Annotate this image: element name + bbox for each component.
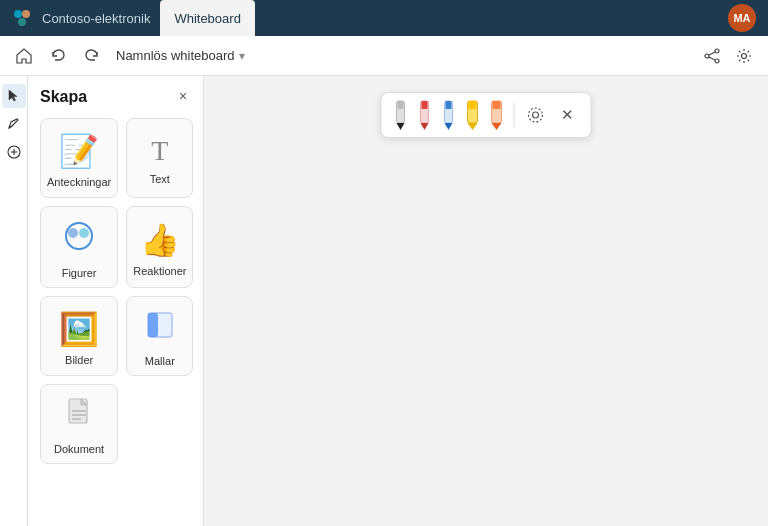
toolbar-bar: Namnlös whiteboard ▾ xyxy=(0,36,768,76)
pen-pink[interactable] xyxy=(488,99,506,131)
svg-rect-32 xyxy=(469,101,477,109)
avatar[interactable]: MA xyxy=(728,4,756,32)
create-grid: 📝 Anteckningar T Text Figurer xyxy=(40,118,191,464)
breadcrumb-text: Namnlös whiteboard xyxy=(116,48,235,63)
sidebar-icons xyxy=(0,76,28,526)
dokument-label: Dokument xyxy=(54,443,104,455)
svg-point-8 xyxy=(742,53,747,58)
pen-close-button[interactable]: ✕ xyxy=(555,102,581,128)
create-item-figurer[interactable]: Figurer xyxy=(40,206,118,288)
app-name: Contoso-elektronik xyxy=(42,11,150,26)
svg-marker-27 xyxy=(421,123,429,130)
svg-marker-30 xyxy=(445,123,453,130)
reaktioner-icon: 👍 xyxy=(140,221,180,259)
svg-rect-17 xyxy=(148,313,158,337)
svg-marker-36 xyxy=(492,123,502,130)
title-bar-left: Contoso-elektronik Whiteboard xyxy=(12,0,255,36)
bilder-icon: 🖼️ xyxy=(59,310,99,348)
svg-point-38 xyxy=(533,112,539,118)
share-button[interactable] xyxy=(698,42,726,70)
pen-tool[interactable] xyxy=(2,112,26,136)
create-item-mallar[interactable]: Mallar xyxy=(126,296,193,376)
panel-close-button[interactable]: × xyxy=(171,84,195,108)
svg-rect-23 xyxy=(398,101,404,109)
svg-marker-33 xyxy=(468,123,478,130)
active-tab[interactable]: Whiteboard xyxy=(160,0,254,36)
mallar-icon xyxy=(144,309,176,349)
pen-divider xyxy=(514,103,515,127)
svg-point-3 xyxy=(715,49,719,53)
pen-black[interactable] xyxy=(392,99,410,131)
create-item-reaktioner[interactable]: 👍 Reaktioner xyxy=(126,206,193,288)
pen-blue[interactable] xyxy=(440,99,458,131)
svg-rect-35 xyxy=(493,101,501,109)
svg-point-5 xyxy=(715,59,719,63)
breadcrumb: Namnlös whiteboard ▾ xyxy=(116,48,245,63)
bilder-label: Bilder xyxy=(65,354,93,366)
reaktioner-label: Reaktioner xyxy=(133,265,186,277)
text-icon: T xyxy=(151,135,168,167)
pen-yellow[interactable] xyxy=(464,99,482,131)
breadcrumb-chevron[interactable]: ▾ xyxy=(239,49,245,63)
figurer-icon xyxy=(62,219,96,261)
svg-line-7 xyxy=(709,57,715,60)
title-bar: Contoso-elektronik Whiteboard MA xyxy=(0,0,768,36)
pen-toolbar: ✕ xyxy=(381,92,592,138)
svg-point-37 xyxy=(529,108,543,122)
mallar-label: Mallar xyxy=(145,355,175,367)
create-item-bilder[interactable]: 🖼️ Bilder xyxy=(40,296,118,376)
create-item-dokument[interactable]: Dokument xyxy=(40,384,118,464)
anteckningar-icon: 📝 xyxy=(59,132,99,170)
create-panel: × Skapa 📝 Anteckningar T Text xyxy=(28,76,204,526)
anteckningar-label: Anteckningar xyxy=(47,176,111,188)
main-area: × Skapa 📝 Anteckningar T Text xyxy=(0,76,768,526)
redo-button[interactable] xyxy=(78,42,106,70)
panel-title: Skapa xyxy=(40,88,191,106)
toolbar-right xyxy=(698,42,758,70)
svg-marker-24 xyxy=(397,123,405,130)
svg-point-15 xyxy=(79,228,89,238)
dokument-icon xyxy=(63,397,95,437)
svg-rect-26 xyxy=(422,101,428,109)
svg-point-1 xyxy=(22,10,30,18)
pen-settings-button[interactable] xyxy=(523,102,549,128)
svg-point-0 xyxy=(14,10,22,18)
svg-line-6 xyxy=(709,52,715,55)
svg-point-2 xyxy=(18,18,26,26)
canvas-area[interactable]: ✕ xyxy=(204,76,768,526)
figurer-label: Figurer xyxy=(62,267,97,279)
svg-rect-29 xyxy=(446,101,452,109)
settings-button[interactable] xyxy=(730,42,758,70)
create-item-anteckningar[interactable]: 📝 Anteckningar xyxy=(40,118,118,198)
svg-point-4 xyxy=(705,54,709,58)
home-button[interactable] xyxy=(10,42,38,70)
undo-button[interactable] xyxy=(44,42,72,70)
svg-point-14 xyxy=(68,228,78,238)
text-label: Text xyxy=(150,173,170,185)
app-icon xyxy=(12,8,32,28)
pen-red[interactable] xyxy=(416,99,434,131)
create-item-text[interactable]: T Text xyxy=(126,118,193,198)
add-tool[interactable] xyxy=(2,140,26,164)
cursor-tool[interactable] xyxy=(2,84,26,108)
